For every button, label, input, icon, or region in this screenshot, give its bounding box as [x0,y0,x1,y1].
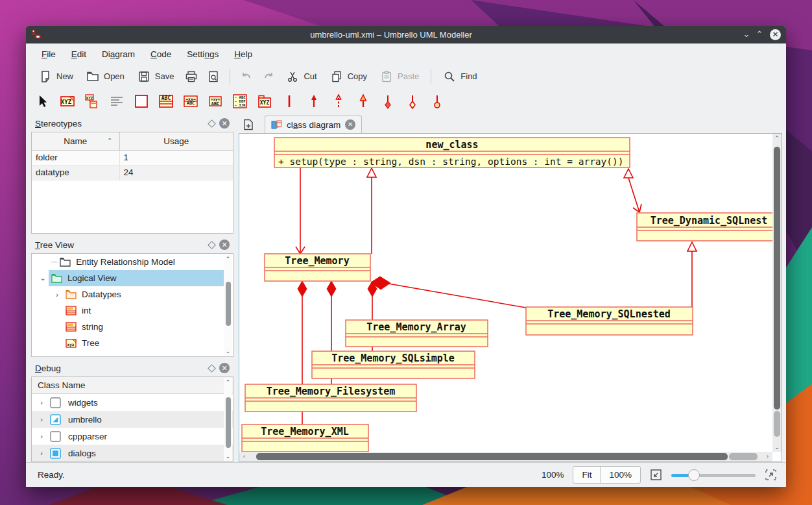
scroll-up-icon[interactable]: ⌃ [224,378,232,387]
object-tool[interactable]: XYZ [84,93,101,110]
float-dock-button[interactable] [205,238,218,251]
expander-open-icon[interactable]: ⌄ [38,274,47,282]
association-tool[interactable] [281,93,298,110]
menu-code[interactable]: Code [144,47,178,61]
checkbox-partial[interactable] [50,414,61,425]
print-button[interactable] [180,67,202,86]
tree-item-logical-view[interactable]: ⌄ Logical View [32,270,233,286]
expander-closed-icon[interactable]: › [37,399,46,406]
table-row[interactable]: folder 1 [32,150,233,165]
box-tool[interactable] [133,93,150,110]
interface-class-tool[interactable]: =xy=ABC [207,93,224,110]
scroll-down-icon[interactable]: ⌄ [224,347,232,356]
fit-button[interactable]: Fit [573,467,601,483]
scroll-left-icon[interactable]: ‹ [243,452,245,462]
close-dock-button[interactable]: ✕ [218,362,231,375]
class-title-tree-memory-filesystem[interactable]: Tree_Memory_Filesystem [267,386,396,397]
open-button[interactable]: Open [80,67,131,86]
fullscreen-icon[interactable] [765,469,777,481]
close-dock-button[interactable]: ✕ [218,117,231,130]
find-button[interactable]: Find [436,67,483,86]
datatype-tool[interactable]: XYZ [59,93,76,110]
tree-item-entity-relationship-model[interactable]: ─ Entity Relationship Model [32,254,233,270]
new-tab-button[interactable] [239,116,258,133]
class-tool[interactable]: ABC [158,93,174,110]
new-button[interactable]: New [32,67,80,86]
copy-button[interactable]: Copy [324,67,374,86]
maximize-button[interactable]: ⌃ [753,26,766,43]
menu-edit[interactable]: Edit [65,47,93,61]
tree-item-tree[interactable]: xyz Tree [32,335,233,351]
scrollbar-thumb[interactable] [774,147,780,410]
scroll-up-icon[interactable]: ⌃ [224,254,232,264]
text-tool[interactable] [108,93,125,110]
menu-help[interactable]: Help [228,47,259,61]
directed-association-tool[interactable] [305,93,322,110]
tree-item-datatypes[interactable]: › Datatypes [32,286,233,302]
dependency-tool[interactable] [330,93,347,110]
tree-view-scrollbar[interactable]: ⌃ ⌄ [224,254,232,356]
shrink-view-icon[interactable] [650,469,662,481]
menu-file[interactable]: File [35,47,62,61]
column-header-name[interactable]: Name⌃ [32,132,119,150]
class-title-tree-memory-sqlsimple[interactable]: Tree_Memory_SQLsimple [331,352,455,364]
float-dock-button[interactable] [205,362,218,375]
interface-tool[interactable]: =xy=ABC [182,93,199,110]
composition-tool[interactable] [379,93,396,110]
redo-button[interactable] [257,67,280,86]
class-title-tree-memory-sqlnested[interactable]: Tree_Memory_SQLnested [547,308,671,320]
class-title-tree-memory[interactable]: Tree_Memory [285,255,349,267]
debug-item-widgets[interactable]: › widgets [32,394,233,411]
cut-button[interactable]: Cut [280,67,323,86]
class-operation-setup[interactable]: + setup(type : string, dsn : string, opt… [278,156,624,167]
menu-diagram[interactable]: Diagram [95,47,141,61]
pointer-tool[interactable] [34,93,51,110]
titlebar[interactable]: umbrello-uml.xmi – Umbrello UML Modeller… [26,26,786,43]
column-header-usage[interactable]: Usage [119,132,233,150]
paste-button[interactable]: Paste [374,67,425,86]
zoom-slider[interactable] [671,469,756,481]
expander-closed-icon[interactable]: › [37,415,46,423]
scroll-down-icon[interactable]: ⌄ [224,452,232,461]
minimize-button[interactable]: ⌄ [740,26,753,43]
class-title-tree-memory-xml[interactable]: Tree_Memory_XML [261,426,348,437]
expander-closed-icon[interactable]: › [37,449,46,457]
stereotypes-dock-header[interactable]: Stereotypes ✕ [31,115,233,132]
containment-tool[interactable] [429,93,446,110]
tab-class-diagram[interactable]: class diagram ✕ [265,116,362,133]
scrollbar-thumb[interactable] [226,397,231,448]
float-dock-button[interactable] [205,117,218,130]
tree-item-int[interactable]: int [32,302,233,319]
scroll-down-icon[interactable]: ⌄ [772,444,782,450]
tree-view-dock-header[interactable]: Tree View ✕ [31,236,233,253]
scrollbar-thumb[interactable] [256,453,728,460]
package-tool[interactable]: XYZ [256,93,273,110]
close-button[interactable]: ✕ [770,29,781,40]
generalization-tool[interactable] [355,93,372,110]
checkbox-unchecked[interactable] [50,431,61,442]
debug-item-umbrello[interactable]: › umbrello [32,411,233,428]
print-preview-button[interactable] [202,67,224,86]
expander-closed-icon[interactable]: › [53,291,62,299]
expander-closed-icon[interactable]: › [37,432,46,440]
zoom-100-button[interactable]: 100% [601,467,640,483]
class-title-tree-dynamic-sqlnest[interactable]: Tree_Dynamic_SQLnest [651,215,768,227]
scroll-up-icon[interactable]: ⌃ [772,135,782,142]
menu-settings[interactable]: Settings [180,47,225,61]
table-row[interactable]: datatype 24 [32,165,233,180]
debug-column-header[interactable]: Class Name [32,377,233,394]
slider-thumb[interactable] [688,469,700,481]
tree-item-string[interactable]: string [32,319,233,335]
debug-item-cppparser[interactable]: › cppparser [32,428,233,445]
scroll-right-icon[interactable]: › [767,452,769,462]
debug-scrollbar[interactable]: ⌃ ⌄ [224,378,232,461]
debug-item-dialogs[interactable]: › dialogs [32,445,233,462]
checkbox-unchecked[interactable] [50,397,61,408]
debug-dock-header[interactable]: Debug ✕ [31,360,233,376]
class-title-tree-memory-array[interactable]: Tree_Memory_Array [366,321,466,333]
class-title-new-class[interactable]: new_class [425,139,478,151]
scrollbar-thumb[interactable] [226,282,231,326]
canvas-vertical-scrollbar[interactable]: ⌃ ⌄ [772,134,782,452]
enum-tool[interactable]: - ABC- DEF- IJK [232,93,248,110]
tab-close-icon[interactable]: ✕ [345,119,355,130]
